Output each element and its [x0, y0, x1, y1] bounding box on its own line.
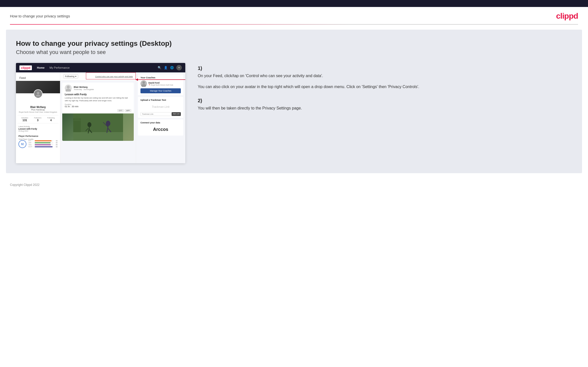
step-1-text-part1: On your Feed, click/tap on 'Control who … [198, 73, 572, 79]
quality-bar-value: 85 [54, 142, 58, 144]
main-content: How to change your privacy settings (Des… [6, 30, 582, 173]
coach-club: 📍 Royal North Devon Golf Club [148, 84, 173, 86]
stats-row: Activities 131 Followers 3 Following 4 [17, 115, 59, 123]
post-description: Looking to feel like my hands are exitin… [62, 97, 134, 104]
user-avatar-button[interactable]: ▼ [176, 65, 182, 70]
latest-activity-label: Latest Activity [18, 125, 58, 128]
latest-activity: Latest Activity Lesson with Fordy 03 Aug… [16, 125, 60, 133]
add-link-button[interactable]: Add Link [172, 112, 181, 116]
quality-bar-fill [35, 144, 51, 145]
player-performance-title: Player Performance [18, 135, 58, 137]
quality-bar-value: 96 [54, 146, 58, 148]
latest-activity-title: Lesson with Fordy [18, 128, 58, 130]
followers-label: Followers [34, 117, 42, 119]
svg-point-16 [142, 81, 145, 84]
manage-coaches-button[interactable]: Manage Your Coaches [140, 88, 181, 93]
copyright-text: Copyright Clippd 2022 [10, 183, 40, 187]
trackman-link-display: Trackman Link [140, 103, 181, 111]
trackman-title: Upload a Trackman Test [140, 99, 181, 101]
quality-bar-row: OTT 90 [28, 140, 58, 142]
followers-stat: Followers 3 [34, 117, 42, 122]
svg-point-0 [37, 92, 39, 94]
post-golf-image [62, 113, 134, 141]
mockup-nav-performance[interactable]: My Performance [50, 66, 70, 69]
activities-stat: Activities 131 [21, 117, 28, 122]
following-button[interactable]: Following ▾ [63, 74, 78, 78]
feed-post: Blair McHarg Yesterday · Sunningdale Les… [62, 83, 134, 141]
coach-info: David Ford 📍 Royal North Devon Golf Club [148, 82, 173, 86]
profile-handicap: Plus Handicap [18, 108, 58, 111]
mockup-logo: clippd [19, 65, 32, 70]
player-performance: Player Performance Total Player Quality … [16, 133, 60, 150]
globe-icon[interactable]: 🌐 [170, 66, 174, 69]
step-1: 1) On your Feed, click/tap on 'Control w… [198, 65, 572, 90]
quality-bar-row: PUTT 96 [28, 146, 58, 148]
step-2-number: 2) [198, 98, 572, 104]
mockup-sidebar: Feed Blair McHarg Plus Handicap Royal No… [16, 72, 60, 163]
connect-title: Connect your data [140, 121, 181, 124]
quality-bar-label: PUTT [28, 146, 34, 148]
instructions: 1) On your Feed, click/tap on 'Control w… [195, 63, 572, 119]
header: How to change your privacy settings clip… [0, 7, 588, 24]
trackman-input-row: Add Link [140, 112, 181, 116]
coach-avatar [140, 80, 147, 87]
post-tags: OTT APP [62, 109, 134, 113]
post-author-name: Blair McHarg [74, 86, 94, 88]
app-tag: APP [125, 109, 131, 112]
person-icon[interactable]: 👤 [164, 66, 168, 69]
mockup-right-panel: Your Coaches David Ford 📍 Royal North De… [136, 72, 185, 163]
feed-header: Following ▾ Control who can see your act… [60, 72, 136, 81]
clippd-logo: clippd [556, 11, 578, 21]
step-1-number: 1) [198, 65, 572, 71]
quality-bar-track [35, 140, 53, 141]
mockup-nav-icons: 🔍 👤 🌐 ▼ [158, 65, 182, 70]
quality-bar-row: ARG 86 [28, 144, 58, 146]
step-1-text-part2: You can also click on your avatar in the… [198, 84, 572, 90]
quality-bar-fill [35, 142, 51, 143]
quality-bar-label: OTT [28, 140, 34, 142]
feed-tab[interactable]: Feed [16, 75, 60, 81]
post-author-info: Blair McHarg Yesterday · Sunningdale [74, 86, 94, 91]
page-heading: How to change your privacy settings (Des… [16, 40, 572, 48]
quality-bar-track [35, 142, 53, 143]
quality-bar-label: ARG [28, 144, 34, 146]
svg-rect-5 [73, 132, 123, 141]
activities-value: 131 [21, 119, 28, 122]
following-stat: Following 4 [47, 117, 55, 122]
svg-point-1 [36, 95, 40, 97]
coach-name: David Ford [148, 82, 173, 84]
content-layout: clippd Home My Performance 🔍 👤 🌐 ▼ Feed [16, 63, 572, 163]
search-icon[interactable]: 🔍 [158, 66, 161, 69]
golf-scene-svg [73, 113, 123, 141]
coaches-section: Your Coaches David Ford 📍 Royal North De… [138, 74, 183, 95]
trackman-link-input[interactable] [140, 112, 171, 116]
page-subheading: Choose what you want people to see [16, 49, 572, 55]
trackman-section: Upload a Trackman Test Trackman Link Add… [138, 97, 183, 118]
mockup-body: Feed Blair McHarg Plus Handicap Royal No… [16, 72, 185, 163]
step-2: 2) You will then be taken directly to th… [198, 98, 572, 111]
profile-avatar [34, 89, 43, 98]
following-value: 4 [47, 119, 55, 122]
quality-bar-track [35, 146, 53, 147]
arccos-label: Arccos [140, 125, 181, 134]
mockup-nav-home[interactable]: Home [37, 66, 45, 69]
mockup-feed: Following ▾ Control who can see your act… [60, 72, 136, 163]
total-quality-label: Total Player Quality [18, 138, 58, 140]
post-title: Lesson with Fordy [62, 93, 134, 97]
quality-bar-track [35, 144, 53, 145]
post-author-avatar [65, 85, 72, 92]
top-bar [0, 0, 588, 7]
quality-bar-value: 90 [54, 140, 58, 142]
svg-point-3 [65, 89, 71, 92]
quality-bar-value: 86 [54, 144, 58, 146]
profile-club: Royal North Devon Golf Club, United King… [18, 111, 58, 113]
mockup-nav: clippd Home My Performance 🔍 👤 🌐 ▼ [16, 63, 185, 72]
latest-activity-date: 03 Aug 2022 [18, 130, 58, 132]
svg-point-6 [87, 122, 91, 127]
connect-data-section: Connect your data Arccos [138, 119, 183, 136]
step-2-text: You will then be taken directly to the P… [198, 105, 572, 111]
quality-bar-row: APP 85 [28, 142, 58, 144]
coaches-title: Your Coaches [140, 76, 181, 79]
control-privacy-link[interactable]: Control who can see your activity and da… [95, 75, 133, 78]
svg-point-17 [141, 84, 146, 87]
